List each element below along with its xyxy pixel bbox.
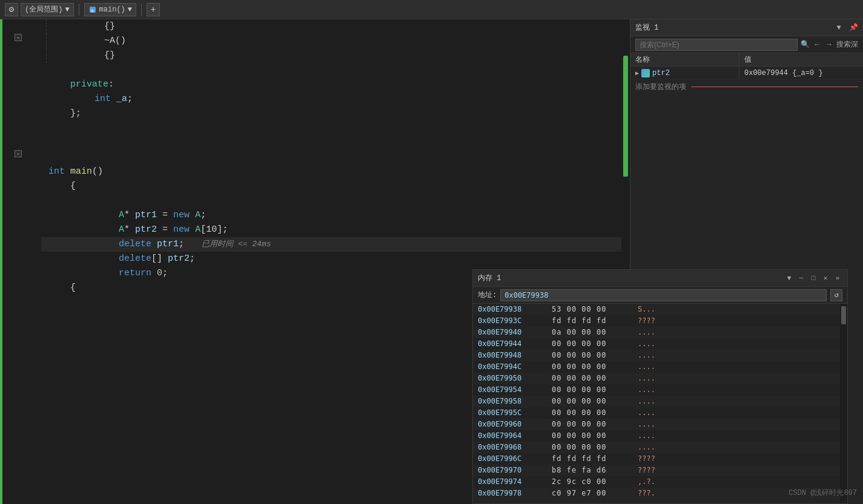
memory-rows: 0x00E79938 53 00 00 00 S... 0x00E7993C f… [473,304,840,503]
watermark: CSDN @浅碎时光807 [789,488,857,498]
watch-nav-back[interactable]: ← [812,40,822,50]
func-label: main() [99,5,125,14]
mem-addr: 0x00E79968 [478,442,544,453]
mem-bytes: 00 00 00 00 [552,361,630,373]
add-icon: + [151,5,156,15]
watch-dropdown-btn[interactable]: ▼ [834,23,844,33]
watch-nav-fwd[interactable]: → [824,40,834,50]
mem-chars: .... [638,327,655,338]
mem-maximize-btn[interactable]: □ [808,273,818,283]
mem-bytes: 00 00 00 00 [552,373,630,384]
watch-search-depth: 搜索深 [836,39,858,50]
memory-row: 0x00E79940 0a 00 00 00 .... [473,327,840,338]
mem-bytes: 00 00 00 00 [552,350,630,361]
code-line-empty2 [41,194,621,208]
expand-arrow[interactable]: ▶ [635,70,639,77]
watch-row-ptr2[interactable]: ▶ ptr2 0x00e79944 {_a=0 } [630,67,863,80]
settings-icon: ⚙ [9,4,14,15]
watch-panel-header: 监视 1 ▼ 📌 [630,19,863,36]
code-line-brace-open: { [41,179,621,194]
mem-chars: .... [638,350,655,361]
memory-panel: 内存 1 ▼ ─ □ ✕ » 地址: ↺ 0x00E79938 53 00 00… [472,269,848,504]
mem-bytes: 00 00 00 00 [552,338,630,350]
mem-bytes: 00 00 00 00 [552,396,630,407]
watch-search-input[interactable] [635,39,798,51]
mem-addr: 0x00E79958 [478,396,544,407]
mem-close-btn[interactable]: ✕ [821,273,830,283]
scrollbar-thumb[interactable] [623,56,628,177]
addr-input[interactable] [500,289,827,301]
memory-row: 0x00E79974 2c 9c c0 00 ,.?. [473,476,840,488]
mem-addr: 0x00E79978 [478,488,544,499]
watch-add-label: 添加要监视的项 [635,82,686,92]
memory-row: 0x00E79978 c0 97 e7 00 ???. [473,488,840,499]
watch-add-row[interactable]: 添加要监视的项 [630,80,863,93]
memory-row: 0x00E79964 00 00 00 00 .... [473,430,840,442]
mem-chars: .... [638,442,655,453]
mem-bytes: 00 00 00 00 [552,442,630,453]
watch-pin-btn[interactable]: 📌 [848,23,858,33]
watch-row-ptr2-value: 0x00e79944 {_a=0 } [739,68,863,79]
watch-toolbar: 🔍 ← → 搜索深 [630,36,863,53]
code-line-delete2: delete[] ptr2; [41,252,621,266]
mem-chars: S... [638,304,655,315]
addr-label: 地址: [478,290,497,300]
mem-addr: 0x00E7995C [478,407,544,419]
memory-scrollbar[interactable] [840,304,847,503]
mem-more-btn[interactable]: » [833,273,842,283]
memory-row: 0x00E79938 53 00 00 00 S... [473,304,840,315]
mem-addr: 0x00E79970 [478,465,544,476]
code-line-1: {} [41,19,621,34]
code-line-5: private: [41,77,621,92]
code-line-6: int _a; [41,92,621,106]
watch-panel-title: 监视 1 [635,22,829,33]
memory-row: 0x00E7995C 00 00 00 00 .... [473,407,840,419]
mem-addr: 0x00E79948 [478,350,544,361]
watch-icon [641,69,650,77]
memory-row: 0x00E79948 00 00 00 00 .... [473,350,840,361]
memory-row: 0x00E79944 00 00 00 00 .... [473,338,840,350]
watch-search-icon[interactable]: 🔍 [800,40,810,50]
code-line-7: }; [41,106,621,121]
mem-bytes: fd fd fd fd [552,315,630,327]
mem-chars: .... [638,430,655,442]
watch-add-underline [691,87,858,87]
cube-icon: m [88,5,97,14]
mem-dropdown-btn[interactable]: ▼ [784,273,794,283]
memory-row: 0x00E7993C fd fd fd fd ???? [473,315,840,327]
mem-minimize-btn[interactable]: ─ [796,273,806,283]
addr-refresh-btn[interactable]: ↺ [830,289,842,301]
mem-bytes: c0 97 e7 00 [552,488,630,499]
memory-row: 0x00E79970 b8 fe fa d6 ???? [473,465,840,476]
memory-title: 内存 1 [478,273,782,283]
mem-addr: 0x00E79964 [478,430,544,442]
memory-scroll-thumb[interactable] [841,306,846,324]
code-line-3: {} [41,48,621,63]
memory-row: 0x00E79968 00 00 00 00 .... [473,442,840,453]
func-arrow: ▼ [128,5,132,14]
mem-addr: 0x00E79938 [478,304,544,315]
mem-addr: 0x00E79940 [478,327,544,338]
code-line-main: int main() [41,165,621,179]
memory-addr-bar: 地址: ↺ [473,287,847,304]
top-toolbar: ⚙ (全局范围) ▼ m main() ▼ + [0,0,863,19]
mem-chars: .... [638,407,655,419]
line-gutter: - - [2,19,39,504]
mem-addr: 0x00E79954 [478,384,544,396]
mem-chars: .... [638,396,655,407]
code-line-ptr2: A* ptr2 = new A[10]; [41,223,621,237]
func-dropdown[interactable]: m main() ▼ [84,3,136,16]
mem-bytes: 00 00 00 00 [552,419,630,430]
memory-row: 0x00E79954 00 00 00 00 .... [473,384,840,396]
scope-dropdown[interactable]: (全局范围) ▼ [21,3,74,16]
svg-text:m: m [91,8,94,13]
add-watch-btn[interactable]: + [147,3,160,16]
mem-chars: ???? [638,453,655,465]
mem-chars: .... [638,373,655,384]
code-line-ptr1: A* ptr1 = new A; [41,208,621,223]
settings-btn[interactable]: ⚙ [5,3,18,16]
toolbar-sep-2 [141,4,142,16]
mem-chars: ???. [638,488,655,499]
mem-chars: ???? [638,465,655,476]
mem-bytes: 00 00 00 00 [552,407,630,419]
